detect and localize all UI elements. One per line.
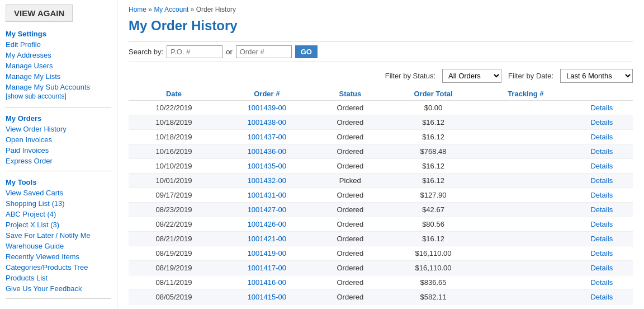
details-link[interactable]: Details: [590, 118, 613, 127]
paid-invoices-link[interactable]: Paid Invoices: [0, 145, 117, 156]
breadcrumb-home[interactable]: Home: [129, 6, 146, 13]
warehouse-guide-link[interactable]: Warehouse Guide: [0, 241, 117, 251]
cell-status: Ordered: [315, 275, 386, 290]
cell-order-num: 1001426-00: [219, 217, 315, 232]
manage-sub-accounts-link[interactable]: Manage My Sub Accounts: [0, 82, 117, 92]
my-tools-section: My Tools View Saved Carts Shopping List …: [0, 176, 117, 294]
details-link[interactable]: Details: [590, 147, 613, 156]
cell-details: Details: [571, 232, 633, 246]
cell-status: Ordered: [315, 246, 386, 261]
cell-date: 09/17/2019: [129, 188, 219, 203]
abc-project-link[interactable]: ABC Project (4): [0, 209, 117, 219]
table-row: 08/11/20191001416-00Ordered$836.65Detail…: [129, 275, 633, 290]
order-num-link[interactable]: 1001435-00: [248, 162, 286, 170]
categories-products-tree-link[interactable]: Categories/Products Tree: [0, 262, 117, 273]
express-order-link[interactable]: Express Order: [0, 156, 117, 166]
cell-details: Details: [571, 101, 633, 115]
table-row: 08/19/20191001417-00Ordered$16,110.00Det…: [129, 261, 633, 275]
details-link[interactable]: Details: [590, 162, 613, 170]
cell-status: Ordered: [315, 188, 386, 203]
cell-order-num: 1001415-00: [219, 290, 315, 305]
details-link[interactable]: Details: [590, 176, 613, 185]
cell-total: $836.65: [386, 275, 481, 290]
order-num-link[interactable]: 1001421-00: [248, 235, 286, 243]
filter-status-select[interactable]: All Orders Ordered Picked Shipped Invoic…: [442, 69, 501, 83]
breadcrumb-sep2: »: [191, 6, 196, 13]
cell-details: Details: [571, 174, 633, 188]
filter-status-label: Filter by Status:: [385, 72, 435, 80]
cell-order-num: 1001417-00: [219, 261, 315, 275]
sidebar-divider-1: [6, 107, 111, 107]
edit-profile-link[interactable]: Edit Profile: [0, 39, 117, 50]
cell-tracking: [481, 261, 570, 275]
project-x-link[interactable]: Project X List (3): [0, 219, 117, 230]
cell-date: 08/11/2019: [129, 275, 219, 290]
col-tracking: Tracking #: [481, 87, 570, 101]
col-status: Status: [315, 87, 386, 101]
order-num-link[interactable]: 1001426-00: [248, 220, 286, 228]
details-link[interactable]: Details: [590, 264, 613, 272]
my-addresses-link[interactable]: My Addresses: [0, 50, 117, 60]
order-num-link[interactable]: 1001436-00: [248, 147, 286, 156]
cell-order-num: 1001427-00: [219, 203, 315, 217]
search-po-input[interactable]: [167, 45, 222, 58]
details-link[interactable]: Details: [590, 220, 613, 228]
filter-date-select[interactable]: Last 6 Months Last Month Last 3 Months L…: [560, 69, 633, 83]
order-num-link[interactable]: 1001439-00: [248, 104, 286, 112]
filter-date-label: Filter by Date:: [508, 72, 553, 80]
cell-status: Ordered: [315, 217, 386, 232]
details-link[interactable]: Details: [590, 191, 613, 199]
cell-order-num: 1001432-00: [219, 174, 315, 188]
cell-total: $80.56: [386, 217, 481, 232]
order-num-link[interactable]: 1001437-00: [248, 133, 286, 141]
order-num-link[interactable]: 1001419-00: [248, 249, 286, 258]
order-num-link[interactable]: 1001431-00: [248, 191, 286, 199]
order-num-link[interactable]: 1001416-00: [248, 278, 286, 287]
filter-row: Filter by Status: All Orders Ordered Pic…: [129, 69, 633, 83]
details-link[interactable]: Details: [590, 205, 613, 214]
search-order-input[interactable]: [236, 45, 292, 58]
table-row: 08/19/20191001419-00Ordered$16,110.00Det…: [129, 246, 633, 261]
view-again-button[interactable]: VIEW AGAIN: [6, 4, 73, 22]
cell-details: Details: [571, 130, 633, 144]
details-link[interactable]: Details: [590, 249, 613, 258]
breadcrumb-account[interactable]: My Account: [154, 6, 188, 13]
save-for-later-link[interactable]: Save For Later / Notify Me: [0, 230, 117, 241]
details-link[interactable]: Details: [590, 104, 613, 112]
details-link[interactable]: Details: [590, 293, 613, 301]
details-link[interactable]: Details: [590, 278, 613, 287]
recently-viewed-link[interactable]: Recently Viewed Items: [0, 251, 117, 262]
order-num-link[interactable]: 1001438-00: [248, 118, 286, 127]
cell-date: 10/18/2019: [129, 130, 219, 144]
cell-status: Ordered: [315, 232, 386, 246]
cell-date: 10/10/2019: [129, 159, 219, 174]
cell-order-num: 1001438-00: [219, 115, 315, 130]
details-link[interactable]: Details: [590, 133, 613, 141]
cell-tracking: [481, 130, 570, 144]
col-order-total: Order Total: [386, 87, 481, 101]
feedback-link[interactable]: Give Us Your Feedback: [0, 283, 117, 294]
order-num-link[interactable]: 1001432-00: [248, 176, 286, 185]
order-num-link[interactable]: 1001415-00: [248, 293, 286, 301]
manage-my-lists-link[interactable]: Manage My Lists: [0, 71, 117, 82]
order-table: Date Order # Status Order Total Tracking…: [129, 87, 633, 305]
manage-users-link[interactable]: Manage Users: [0, 60, 117, 71]
search-label: Search by:: [129, 48, 163, 56]
cell-status: Ordered: [315, 144, 386, 159]
show-sub-accounts-link[interactable]: [show sub accounts]: [0, 92, 117, 102]
order-num-link[interactable]: 1001427-00: [248, 205, 286, 214]
order-num-link[interactable]: 1001417-00: [248, 264, 286, 272]
cell-order-num: 1001439-00: [219, 101, 315, 115]
cell-status: Ordered: [315, 159, 386, 174]
products-list-link[interactable]: Products List: [0, 273, 117, 283]
go-button[interactable]: GO: [295, 45, 318, 58]
view-order-history-link[interactable]: View Order History: [0, 124, 117, 134]
shopping-list-link[interactable]: Shopping List (13): [0, 198, 117, 209]
details-link[interactable]: Details: [590, 235, 613, 243]
cell-order-num: 1001435-00: [219, 159, 315, 174]
cell-details: Details: [571, 290, 633, 305]
open-invoices-link[interactable]: Open Invoices: [0, 134, 117, 145]
view-saved-carts-link[interactable]: View Saved Carts: [0, 188, 117, 198]
table-row: 10/18/20191001438-00Ordered$16.12Details: [129, 115, 633, 130]
cell-details: Details: [571, 275, 633, 290]
